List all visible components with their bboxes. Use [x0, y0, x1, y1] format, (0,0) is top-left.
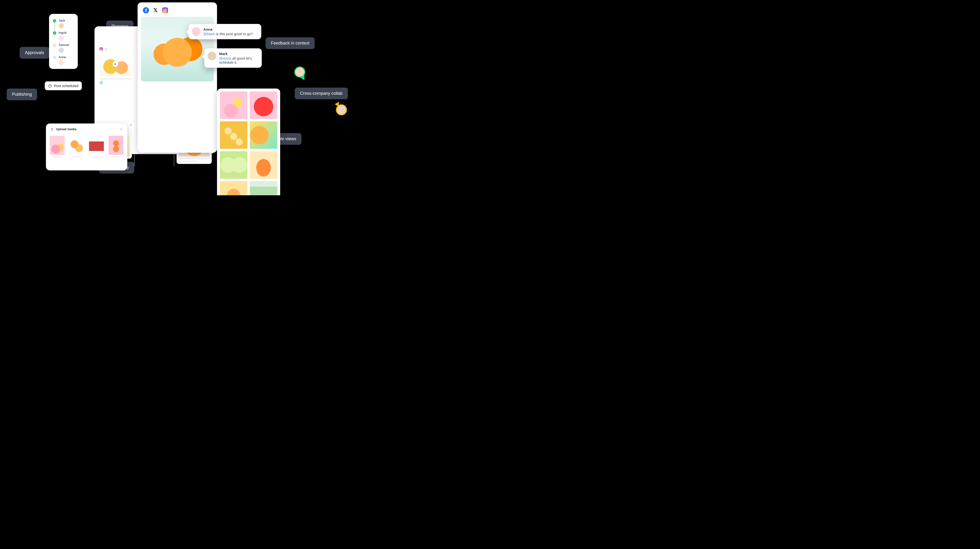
badge-cross-company: Cross-company collab: [295, 88, 348, 99]
svg-point-1: [100, 81, 103, 84]
upload-icon[interactable]: [50, 127, 54, 131]
media-thumbnail: [109, 136, 124, 155]
avatar: [59, 35, 64, 41]
approver-name: Jack: [59, 19, 65, 22]
avatar: [59, 48, 64, 53]
pending-icon: [53, 56, 56, 59]
post-thumbnail: [100, 52, 131, 76]
badge-feedback: Feedback in context: [266, 37, 315, 49]
svg-point-6: [166, 9, 167, 10]
comment-bubble[interactable]: Anna @Mark is this post good to go?: [189, 24, 261, 39]
avatar: [208, 52, 216, 60]
instagram-icon[interactable]: [162, 7, 168, 13]
media-item[interactable]: [89, 136, 104, 158]
pending-icon: [53, 43, 56, 47]
mention[interactable]: @Anna: [219, 56, 231, 60]
check-icon: [53, 19, 56, 22]
media-thumbnail: [50, 136, 65, 155]
approver-item[interactable]: Ingrid: [53, 31, 74, 41]
gallery-tile[interactable]: [250, 181, 277, 195]
media-library-card: Upload media: [46, 124, 127, 170]
tiktok-icon: ♪: [104, 48, 108, 51]
instagram-icon: [100, 48, 103, 51]
media-thumbnail: [89, 136, 104, 155]
badge-publishing: Publishing: [7, 89, 37, 100]
approver-name: Ingrid: [59, 31, 67, 35]
avatar: [192, 27, 200, 36]
badge-approvals: Approvals: [20, 47, 49, 59]
collab-cursor-avatar: [294, 67, 305, 78]
media-thumbnail: [69, 136, 84, 155]
mention[interactable]: @Mark: [204, 32, 215, 36]
comment-author: Mark: [219, 52, 258, 56]
clock-icon: [48, 84, 52, 88]
calendar-post[interactable]: ♪: [97, 45, 133, 88]
gallery-tile[interactable]: [250, 121, 277, 149]
comment-text: @Mark is this post good to go?: [204, 32, 253, 36]
gallery-card: [217, 89, 280, 195]
media-title: Upload media: [56, 127, 76, 131]
svg-rect-3: [162, 8, 168, 13]
gallery-tile[interactable]: [220, 91, 247, 119]
play-icon[interactable]: [113, 61, 118, 67]
facebook-icon[interactable]: [143, 7, 149, 13]
post-scheduled-chip: Post scheduled: [45, 81, 82, 90]
approver-name: Samuel: [59, 43, 69, 47]
approver-item[interactable]: Samuel: [53, 43, 74, 53]
collab-cursor-avatar: [336, 104, 347, 115]
gallery-tile[interactable]: [220, 121, 247, 149]
approver-item[interactable]: Anne: [53, 55, 74, 65]
approver-item[interactable]: Jack: [53, 19, 74, 29]
approvals-card: Jack Ingrid Samuel Anne: [49, 14, 78, 69]
avatar: [59, 23, 64, 29]
approved-icon: [100, 81, 131, 85]
media-item[interactable]: [109, 136, 124, 158]
gallery-tile[interactable]: [250, 91, 277, 119]
comment-author: Anna: [204, 27, 253, 31]
check-icon: [53, 31, 56, 35]
close-icon[interactable]: [119, 127, 123, 131]
x-icon[interactable]: 𝕏: [153, 7, 159, 13]
media-item[interactable]: [69, 136, 84, 158]
media-item[interactable]: [50, 136, 65, 158]
comment-text: @Anna all good let's schedule it.: [219, 56, 258, 64]
gallery-tile[interactable]: [250, 151, 277, 179]
gallery-tile[interactable]: [220, 181, 247, 195]
avatar: [59, 60, 64, 65]
gallery-tile[interactable]: [220, 151, 247, 179]
approver-name: Anne: [59, 55, 66, 59]
post-scheduled-label: Post scheduled: [54, 84, 78, 88]
comment-bubble[interactable]: Mark @Anna all good let's schedule it.: [204, 48, 262, 68]
